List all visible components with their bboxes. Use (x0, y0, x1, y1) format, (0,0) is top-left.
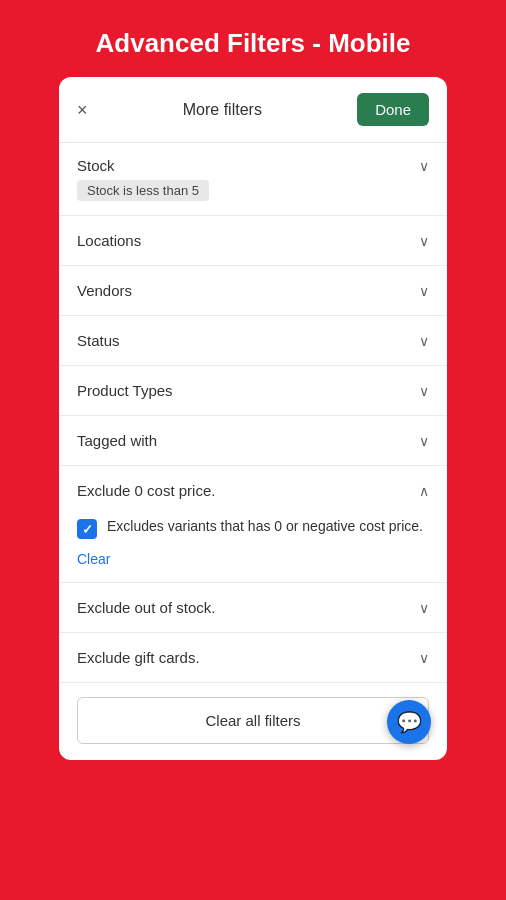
filter-locations-label: Locations (77, 232, 141, 249)
filter-exclude-gift[interactable]: Exclude gift cards. ∨ (59, 633, 447, 683)
filter-tagged-with-chevron: ∨ (419, 433, 429, 449)
filter-status-label: Status (77, 332, 120, 349)
filter-vendors-label: Vendors (77, 282, 132, 299)
modal: × More filters Done Stock ∨ Stock is les… (59, 77, 447, 760)
modal-header: × More filters Done (59, 77, 447, 143)
filter-vendors[interactable]: Vendors ∨ (59, 266, 447, 316)
close-button[interactable]: × (77, 101, 88, 119)
filter-product-types-label: Product Types (77, 382, 173, 399)
stock-badge: Stock is less than 5 (77, 180, 209, 201)
filter-product-types[interactable]: Product Types ∨ (59, 366, 447, 416)
filter-tagged-with-label: Tagged with (77, 432, 157, 449)
filter-exclude-stock-label: Exclude out of stock. (77, 599, 215, 616)
filter-vendors-chevron: ∨ (419, 283, 429, 299)
filter-exclude-cost-header[interactable]: Exclude 0 cost price. ∧ (77, 466, 429, 513)
modal-title: More filters (183, 101, 262, 119)
filter-exclude-cost-label: Exclude 0 cost price. (77, 482, 215, 499)
filter-tagged-with[interactable]: Tagged with ∨ (59, 416, 447, 466)
fab-chat-icon: 💬 (397, 710, 422, 734)
exclude-cost-checkbox[interactable]: ✓ (77, 519, 97, 539)
exclude-cost-checkbox-label: Excludes variants that has 0 or negative… (107, 517, 423, 537)
filter-product-types-chevron: ∨ (419, 383, 429, 399)
page-title: Advanced Filters - Mobile (76, 0, 431, 77)
done-button[interactable]: Done (357, 93, 429, 126)
filter-exclude-stock-chevron: ∨ (419, 600, 429, 616)
filter-stock-label: Stock (77, 157, 115, 174)
clear-link[interactable]: Clear (77, 551, 110, 567)
filter-exclude-gift-chevron: ∨ (419, 650, 429, 666)
filter-status[interactable]: Status ∨ (59, 316, 447, 366)
filters-list: Stock ∨ Stock is less than 5 Locations ∨… (59, 143, 447, 760)
filter-stock[interactable]: Stock ∨ Stock is less than 5 (59, 143, 447, 216)
filter-exclude-cost-chevron: ∧ (419, 483, 429, 499)
filter-stock-chevron: ∨ (419, 158, 429, 174)
fab-button[interactable]: 💬 (387, 700, 431, 744)
filter-exclude-cost: Exclude 0 cost price. ∧ ✓ Excludes varia… (59, 466, 447, 583)
checkbox-row: ✓ Excludes variants that has 0 or negati… (77, 513, 429, 547)
filter-exclude-stock[interactable]: Exclude out of stock. ∨ (59, 583, 447, 633)
filter-locations[interactable]: Locations ∨ (59, 216, 447, 266)
filter-status-chevron: ∨ (419, 333, 429, 349)
filter-exclude-gift-label: Exclude gift cards. (77, 649, 200, 666)
checkbox-check-icon: ✓ (82, 522, 93, 537)
clear-all-button[interactable]: Clear all filters (77, 697, 429, 744)
filter-stock-header[interactable]: Stock ∨ (77, 157, 429, 174)
filter-locations-chevron: ∨ (419, 233, 429, 249)
